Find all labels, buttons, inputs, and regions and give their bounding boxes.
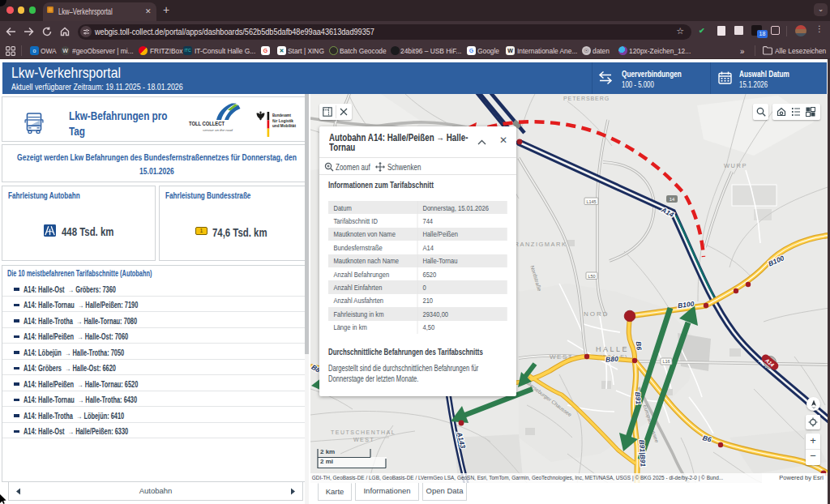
svg-text:Bundesamt: Bundesamt	[272, 113, 291, 117]
svg-text:WEST: WEST	[353, 437, 374, 442]
svg-text:B91: B91	[634, 391, 643, 404]
svg-text:WURP: WURP	[724, 162, 747, 169]
svg-text:BRANZIGMARK: BRANZIGMARK	[509, 241, 567, 248]
svg-text:NORD: NORD	[584, 310, 610, 318]
svg-text:L16: L16	[662, 359, 670, 364]
svg-text:14: 14	[670, 197, 675, 202]
svg-text:HALLE: HALLE	[596, 345, 629, 353]
svg-text:für Logistik: für Logistik	[272, 118, 294, 123]
svg-text:B91|B91: B91|B91	[638, 439, 648, 467]
svg-text:B80: B80	[605, 355, 619, 364]
svg-text:PETERSBERG: PETERSBERG	[563, 95, 610, 102]
svg-text:und Mobilität: und Mobilität	[272, 123, 296, 128]
svg-text:TOLL COLLECT: TOLL COLLECT	[189, 121, 225, 126]
svg-text:L50: L50	[588, 274, 595, 279]
svg-text:B6: B6	[635, 341, 644, 351]
svg-text:TEUTSCHENTHAL: TEUTSCHENTHAL	[331, 429, 396, 435]
svg-text:service on the road: service on the road	[203, 128, 233, 132]
svg-text:L145: L145	[586, 199, 596, 204]
